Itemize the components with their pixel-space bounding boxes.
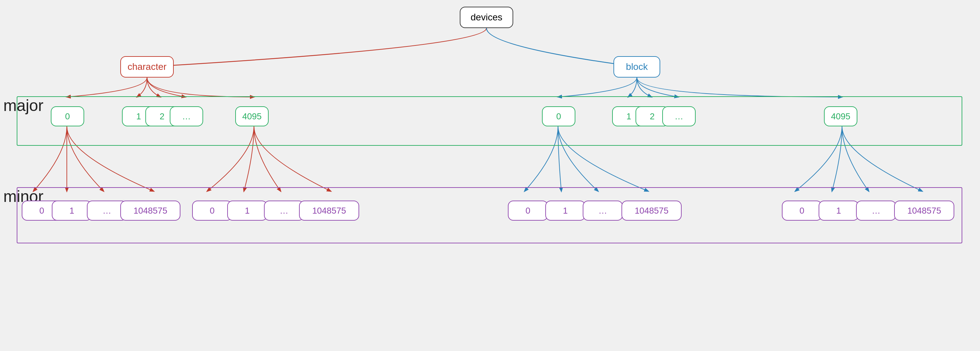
- minor-char4095-node-ellipsis: …: [264, 201, 304, 221]
- minor-char0-node-max: 1048575: [120, 201, 180, 221]
- minor-char4095-node-max: 1048575: [299, 201, 359, 221]
- minor-block0-node-max: 1048575: [622, 201, 682, 221]
- minor-char4095-node-1: 1: [227, 201, 267, 221]
- major-char-node-4095: 4095: [235, 106, 269, 126]
- major-block-node-4095: 4095: [824, 106, 858, 126]
- minor-block4095-node-ellipsis: …: [856, 201, 896, 221]
- minor-block4095-node-0: 0: [782, 201, 822, 221]
- node-character: character: [120, 56, 174, 78]
- major-char-node-ellipsis: …: [170, 106, 203, 126]
- minor-char0-node-1: 1: [52, 201, 92, 221]
- minor-block0-node-0: 0: [508, 201, 548, 221]
- node-devices: devices: [460, 7, 513, 28]
- minor-block4095-node-max: 1048575: [894, 201, 954, 221]
- node-block: block: [614, 56, 660, 78]
- minor-char4095-node-0: 0: [192, 201, 232, 221]
- major-block-node-0: 0: [542, 106, 575, 126]
- minor-block0-node-ellipsis: …: [583, 201, 623, 221]
- major-char-node-0: 0: [51, 106, 84, 126]
- minor-block0-node-1: 1: [545, 201, 585, 221]
- major-block-node-ellipsis: …: [662, 106, 696, 126]
- minor-block4095-node-1: 1: [819, 201, 859, 221]
